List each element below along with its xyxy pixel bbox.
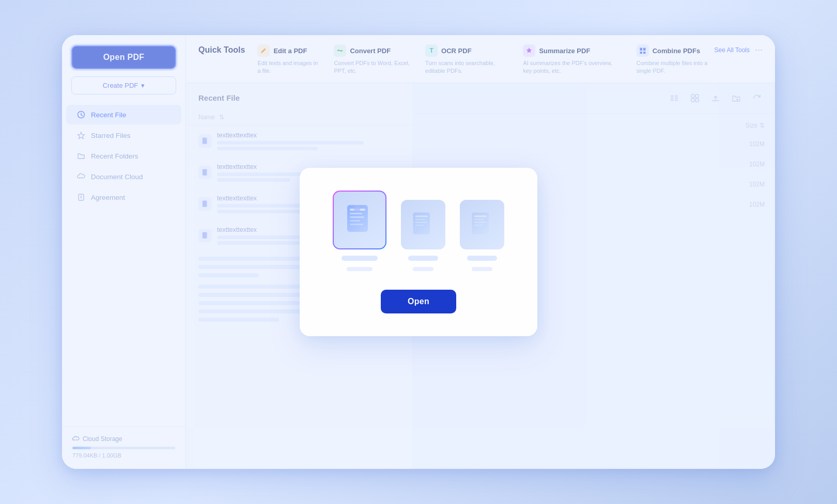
svg-rect-36 <box>474 215 487 217</box>
file-thumb-label <box>342 256 378 261</box>
dialog-file-thumb-2[interactable] <box>401 200 445 271</box>
svg-rect-38 <box>474 222 486 223</box>
svg-rect-32 <box>415 219 426 220</box>
file-thumbnail-icon-2 <box>412 211 435 238</box>
open-file-dialog: Open <box>300 168 537 336</box>
file-thumb-sublabel <box>347 267 373 271</box>
file-thumbnail-icon-selected <box>346 203 374 237</box>
dialog-file-thumb-3[interactable] <box>460 200 504 271</box>
file-thumbnail-icon-3 <box>471 211 493 238</box>
svg-rect-26 <box>350 216 364 218</box>
svg-rect-27 <box>350 220 360 222</box>
svg-rect-29 <box>354 205 360 211</box>
dialog-files-row <box>333 191 504 271</box>
dialog-overlay: Open <box>62 35 775 469</box>
svg-rect-28 <box>350 224 363 225</box>
svg-rect-34 <box>415 225 424 226</box>
svg-rect-31 <box>415 215 428 217</box>
file-thumb-label-3 <box>467 256 497 261</box>
svg-rect-39 <box>474 225 483 226</box>
svg-rect-25 <box>350 213 362 214</box>
svg-rect-33 <box>415 222 427 223</box>
file-thumb-label-2 <box>408 256 438 261</box>
svg-rect-37 <box>474 219 485 220</box>
dialog-open-button[interactable]: Open <box>381 290 456 313</box>
app-window: Open PDF Create PDF ▾ Recent File Starre… <box>62 35 775 469</box>
file-thumb-sublabel-3 <box>472 267 492 271</box>
file-thumb-sublabel-2 <box>413 267 433 271</box>
dialog-file-thumb-selected[interactable] <box>333 191 386 271</box>
